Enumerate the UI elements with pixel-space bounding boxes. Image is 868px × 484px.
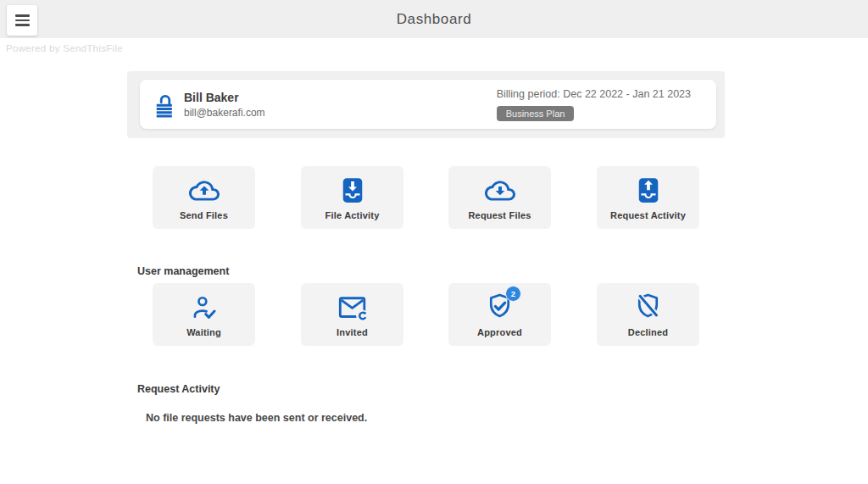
tile-label: Approved (477, 327, 522, 337)
cloud-upload-icon (189, 175, 220, 206)
powered-by-label: Powered by SendThisFile (6, 43, 123, 53)
account-section: Bill Baker bill@bakerafi.com Billing per… (127, 71, 725, 138)
tile-request-files[interactable]: Request Files (448, 166, 551, 229)
plan-badge: Business Plan (497, 106, 575, 121)
approved-count-badge: 2 (505, 286, 521, 302)
tile-file-activity[interactable]: File Activity (301, 166, 403, 229)
tile-declined[interactable]: Declined (597, 283, 699, 346)
account-email: bill@bakerafi.com (184, 107, 265, 119)
tile-label: Request Activity (610, 210, 686, 220)
shield-slash-icon (634, 292, 662, 323)
user-management-heading: User management (137, 265, 229, 277)
tile-label: Send Files (180, 210, 228, 220)
tile-invited[interactable]: Invited (301, 283, 403, 346)
account-card: Bill Baker bill@bakerafi.com Billing per… (140, 80, 716, 129)
request-activity-heading: Request Activity (137, 383, 220, 395)
inbox-download-icon (340, 175, 365, 206)
dashboard-page: Dashboard Powered by SendThisFile Bill B… (0, 0, 868, 484)
tile-request-activity[interactable]: Request Activity (597, 166, 699, 229)
tile-send-files[interactable]: Send Files (153, 166, 255, 229)
inbox-upload-icon (636, 175, 661, 206)
billing-period: Billing period: Dec 22 2022 - Jan 21 202… (497, 88, 691, 100)
account-name: Bill Baker (184, 91, 265, 104)
tile-label: Declined (628, 327, 668, 337)
hamburger-icon (15, 14, 30, 16)
cloud-download-icon (485, 175, 515, 206)
tile-label: File Activity (326, 210, 380, 220)
tile-label: Request Files (468, 210, 531, 220)
mail-sync-icon (337, 292, 368, 323)
page-title: Dashboard (0, 0, 868, 38)
tile-approved[interactable]: 2 Approved (448, 283, 551, 346)
menu-button[interactable] (7, 5, 37, 36)
tile-waiting[interactable]: Waiting (153, 283, 255, 346)
person-check-icon (190, 292, 219, 323)
tile-label: Waiting (186, 327, 221, 337)
tile-label: Invited (337, 327, 368, 337)
request-activity-empty-message: No file requests have been sent or recei… (146, 412, 367, 424)
lock-icon (153, 92, 175, 118)
